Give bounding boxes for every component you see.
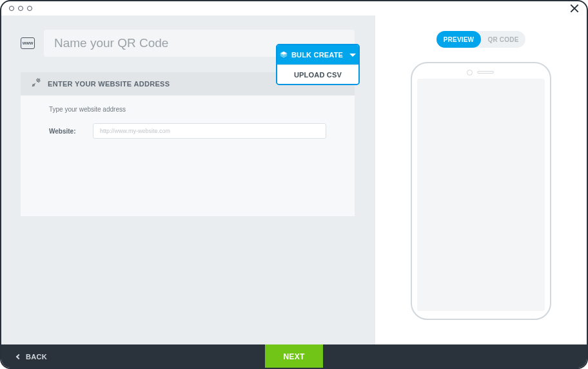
toggle-preview[interactable]: PREVIEW bbox=[436, 31, 481, 48]
upload-csv-option[interactable]: UPLOAD CSV bbox=[277, 65, 358, 84]
titlebar bbox=[1, 1, 587, 15]
upload-csv-label: UPLOAD CSV bbox=[294, 71, 342, 79]
next-label: NEXT bbox=[283, 352, 304, 361]
close-icon[interactable] bbox=[570, 4, 579, 13]
phone-screen bbox=[417, 79, 545, 311]
back-label: BACK bbox=[26, 353, 47, 361]
hint-text: Type your website address bbox=[49, 106, 326, 113]
window-dot[interactable] bbox=[9, 6, 14, 11]
window-dot[interactable] bbox=[27, 6, 32, 11]
preview-toggle: PREVIEW QR CODE bbox=[436, 31, 525, 48]
chevron-down-icon bbox=[349, 54, 356, 57]
tools-icon bbox=[31, 77, 41, 90]
toggle-qrcode-label: QR CODE bbox=[487, 36, 518, 43]
www-icon: WWW bbox=[21, 37, 35, 49]
phone-notch bbox=[417, 68, 545, 76]
chevron-left-icon bbox=[16, 354, 21, 359]
bulk-create-dropdown: BULK CREATE UPLOAD CSV bbox=[276, 44, 360, 85]
toggle-preview-label: PREVIEW bbox=[444, 36, 475, 43]
preview-pane: PREVIEW QR CODE bbox=[375, 15, 587, 344]
website-input[interactable] bbox=[93, 123, 326, 139]
website-label: Website: bbox=[49, 128, 79, 135]
editor-pane: BULK CREATE UPLOAD CSV WWW bbox=[1, 15, 375, 344]
bulk-create-label: BULK CREATE bbox=[291, 51, 343, 59]
layers-icon bbox=[280, 51, 288, 59]
back-button[interactable]: BACK bbox=[17, 353, 47, 361]
form-panel: Type your website address Website: bbox=[21, 95, 355, 216]
next-button[interactable]: NEXT bbox=[265, 344, 323, 369]
window-dot[interactable] bbox=[18, 6, 23, 11]
bulk-create-button[interactable]: BULK CREATE bbox=[277, 45, 358, 65]
body: BULK CREATE UPLOAD CSV WWW bbox=[1, 15, 587, 344]
toggle-qrcode[interactable]: QR CODE bbox=[481, 31, 525, 48]
window-controls bbox=[9, 6, 32, 11]
app-window: BULK CREATE UPLOAD CSV WWW bbox=[0, 0, 588, 369]
phone-speaker bbox=[477, 71, 494, 74]
footer-bar: BACK NEXT bbox=[1, 344, 587, 369]
website-field-row: Website: bbox=[49, 123, 326, 139]
phone-mockup bbox=[411, 62, 551, 320]
section-title: ENTER YOUR WEBSITE ADDRESS bbox=[48, 80, 170, 88]
